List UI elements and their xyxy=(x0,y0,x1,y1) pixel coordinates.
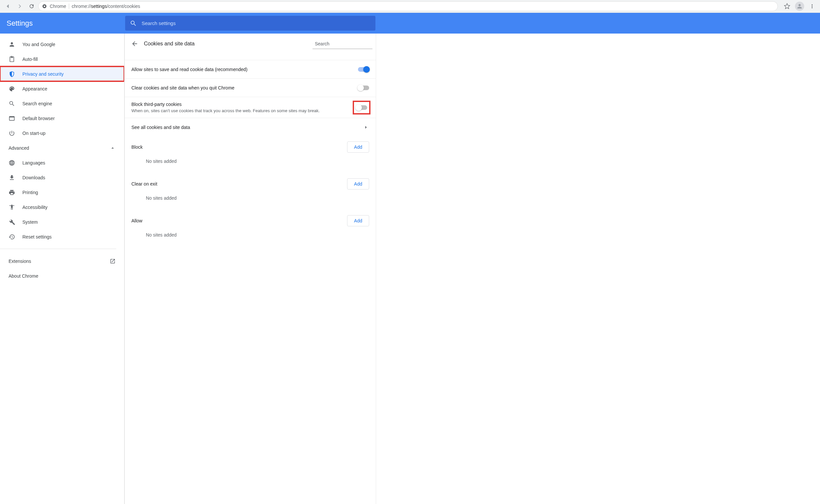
sidebar-item-you-and-google[interactable]: You and Google xyxy=(0,37,124,52)
page-title: Cookies and site data xyxy=(144,41,194,47)
sidebar-item-about[interactable]: About Chrome xyxy=(0,268,124,283)
advanced-label: Advanced xyxy=(9,145,29,151)
nav-forward-button[interactable] xyxy=(14,1,25,12)
section-block: Block Add No sites added xyxy=(125,136,376,173)
search-icon xyxy=(130,20,137,27)
search-icon xyxy=(9,100,15,107)
sidebar: You and Google Auto-fill Privacy and sec… xyxy=(0,34,124,504)
bookmark-star-icon[interactable] xyxy=(782,1,792,12)
sidebar-item-printing[interactable]: Printing xyxy=(0,185,124,200)
sidebar-item-extensions[interactable]: Extensions xyxy=(0,254,124,268)
sidebar-advanced-toggle[interactable]: Advanced xyxy=(0,140,124,155)
sidebar-item-downloads[interactable]: Downloads xyxy=(0,170,124,185)
site-name: Chrome xyxy=(50,4,66,9)
sidebar-item-default-browser[interactable]: Default browser xyxy=(0,111,124,126)
sidebar-item-appearance[interactable]: Appearance xyxy=(0,81,124,96)
palette-icon xyxy=(9,86,15,92)
accessibility-icon xyxy=(9,204,15,211)
address-bar[interactable]: Chrome chrome://settings/content/cookies xyxy=(38,1,778,11)
sidebar-item-label: Search engine xyxy=(22,101,52,106)
svg-point-2 xyxy=(44,6,45,7)
wrench-icon xyxy=(9,219,15,225)
sidebar-item-label: Default browser xyxy=(22,116,55,121)
clipboard-icon xyxy=(9,56,15,63)
sidebar-item-label: Downloads xyxy=(22,175,45,180)
url-text: chrome://settings/content/cookies xyxy=(72,4,140,9)
sidebar-item-label: Auto-fill xyxy=(22,57,38,62)
toggle-block-third-party[interactable] xyxy=(354,102,369,113)
row-label: Block third-party cookies xyxy=(131,102,349,107)
browser-icon xyxy=(9,115,15,122)
sidebar-item-label: Printing xyxy=(22,190,38,195)
site-info-icon[interactable] xyxy=(42,4,47,9)
back-button[interactable] xyxy=(128,37,141,50)
sidebar-item-accessibility[interactable]: Accessibility xyxy=(0,200,124,214)
sidebar-item-label: Privacy and security xyxy=(22,71,64,77)
settings-title: Settings xyxy=(7,19,125,28)
globe-icon xyxy=(9,160,15,166)
toggle-clear-on-quit[interactable] xyxy=(358,86,369,90)
row-sublabel: When on, sites can't use cookies that tr… xyxy=(131,108,349,113)
power-icon xyxy=(9,130,15,137)
address-separator xyxy=(69,4,69,9)
sidebar-item-privacy[interactable]: Privacy and security xyxy=(0,66,124,81)
about-label: About Chrome xyxy=(9,273,38,279)
sidebar-item-label: Accessibility xyxy=(22,205,47,210)
chevron-up-icon xyxy=(110,145,115,151)
section-clear-on-exit: Clear on exit Add No sites added xyxy=(125,173,376,210)
shield-icon xyxy=(9,71,15,77)
row-label: See all cookies and site data xyxy=(131,125,357,130)
row-clear-on-quit: Clear cookies and site data when you qui… xyxy=(125,78,376,97)
sidebar-item-label: Appearance xyxy=(22,86,47,91)
nav-reload-button[interactable] xyxy=(26,1,37,12)
settings-search-input[interactable] xyxy=(141,20,371,26)
browser-menu-icon[interactable] xyxy=(807,1,817,12)
profile-avatar-icon[interactable] xyxy=(795,2,804,11)
section-title: Block xyxy=(131,144,142,150)
add-clear-button[interactable]: Add xyxy=(347,178,369,189)
sidebar-item-autofill[interactable]: Auto-fill xyxy=(0,52,124,66)
history-icon xyxy=(9,234,15,240)
person-icon xyxy=(9,41,15,48)
add-allow-button[interactable]: Add xyxy=(347,215,369,226)
sidebar-item-reset[interactable]: Reset settings xyxy=(0,229,124,244)
sidebar-item-label: Reset settings xyxy=(22,234,52,239)
sidebar-item-label: Languages xyxy=(22,160,45,165)
row-label: Allow sites to save and read cookie data… xyxy=(131,67,353,72)
settings-search-box[interactable] xyxy=(125,16,375,31)
toggle-allow-cookies[interactable] xyxy=(358,67,369,72)
section-title: Allow xyxy=(131,218,142,223)
print-icon xyxy=(9,189,15,196)
row-label: Clear cookies and site data when you qui… xyxy=(131,85,353,90)
browser-toolbar: Chrome chrome://settings/content/cookies xyxy=(0,0,820,13)
search-icon xyxy=(313,41,313,47)
add-block-button[interactable]: Add xyxy=(347,141,369,153)
sidebar-item-system[interactable]: System xyxy=(0,214,124,229)
nav-back-button[interactable] xyxy=(3,1,13,12)
open-external-icon xyxy=(110,258,115,264)
sidebar-item-label: On start-up xyxy=(22,131,45,136)
page-search-box[interactable] xyxy=(313,38,372,49)
settings-card: Cookies and site data Allow sites to sav… xyxy=(124,34,376,504)
sidebar-item-label: You and Google xyxy=(22,42,55,47)
sidebar-item-search-engine[interactable]: Search engine xyxy=(0,96,124,111)
chevron-right-icon xyxy=(363,124,369,131)
sidebar-item-languages[interactable]: Languages xyxy=(0,155,124,170)
settings-header: Settings xyxy=(0,13,820,34)
sidebar-item-startup[interactable]: On start-up xyxy=(0,126,124,140)
row-see-all-cookies[interactable]: See all cookies and site data xyxy=(125,118,376,136)
extensions-label: Extensions xyxy=(9,259,31,264)
sidebar-divider xyxy=(0,249,116,249)
empty-message: No sites added xyxy=(131,228,369,245)
sidebar-item-label: System xyxy=(22,219,38,225)
row-allow-cookies: Allow sites to save and read cookie data… xyxy=(125,60,376,78)
page-search-input[interactable] xyxy=(315,41,372,46)
empty-message: No sites added xyxy=(131,191,369,209)
download-icon xyxy=(9,174,15,181)
empty-message: No sites added xyxy=(131,155,369,172)
section-title: Clear on exit xyxy=(131,181,157,187)
row-block-third-party: Block third-party cookies When on, sites… xyxy=(125,97,376,118)
section-allow: Allow Add No sites added xyxy=(125,210,376,247)
